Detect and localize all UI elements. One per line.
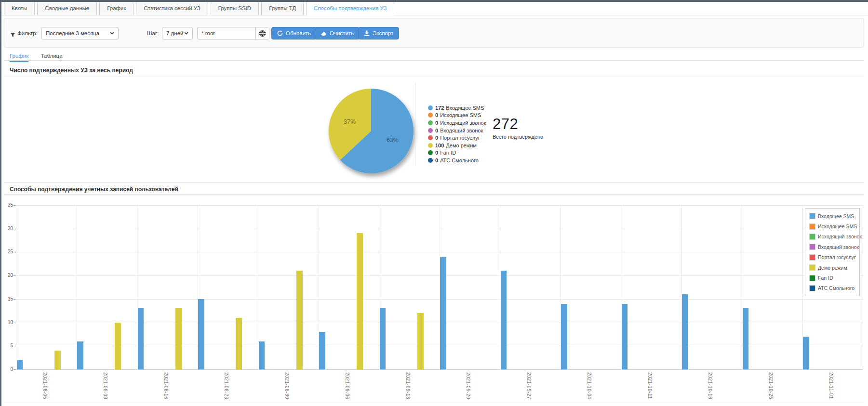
legend-label: Входящий звонок xyxy=(818,244,859,250)
pie-legend-item[interactable]: 0Портал госуслуг xyxy=(428,134,486,142)
bar-chart-legend: Входящее SMSИсходящее SMSИсходящий звоно… xyxy=(805,208,860,296)
view-tab-table[interactable]: Таблица xyxy=(41,53,63,61)
main-tab-квоты[interactable]: Квоты xyxy=(4,1,35,15)
pie-legend-item[interactable]: 100Демо режим xyxy=(428,142,486,149)
legend-label: Демо режим xyxy=(446,143,476,148)
bar-Демо режим-2021-09-13 xyxy=(417,313,424,369)
legend-dot-icon xyxy=(428,143,433,148)
bar-Входящее SMS-2021-10-18 xyxy=(682,294,688,369)
legend-value: 0 xyxy=(435,157,438,163)
bar-legend-item[interactable]: Входящий звонок xyxy=(809,242,859,252)
export-button[interactable]: Экспорт xyxy=(358,27,399,39)
view-tab-chart[interactable]: График xyxy=(10,53,28,62)
legend-label: Входящее SMS xyxy=(446,105,484,111)
refresh-button[interactable]: Обновить xyxy=(271,27,317,39)
legend-label: Портал госуслуг xyxy=(440,135,480,141)
bar-legend-item[interactable]: Портал госуслуг xyxy=(809,252,859,262)
legend-label: Fan ID xyxy=(440,150,456,156)
total-block: 272 Всего подтверждено xyxy=(493,116,543,140)
bar-legend-item[interactable]: Демо режим xyxy=(809,262,859,273)
xtick-label: 2021-10-11 xyxy=(647,372,653,399)
pie-legend-divider xyxy=(415,83,415,166)
xtick-label: 2021-10-04 xyxy=(587,372,592,399)
xtick-label: 2021-10-25 xyxy=(768,372,774,399)
bar-Входящее SMS-2021-10-11 xyxy=(622,304,628,369)
ytick-label: 25 xyxy=(1,249,13,254)
step-label: Шаг: xyxy=(147,30,159,36)
bar-Входящее SMS-2021-10-25 xyxy=(743,308,749,369)
summary-panel-title: Число подтвержденных УЗ за весь период xyxy=(4,61,864,77)
main-tab-способы-подтверждения-уз[interactable]: Способы подтверждения УЗ xyxy=(306,1,394,16)
total-confirmed-label: Всего подтверждено xyxy=(493,134,543,140)
bar-Демо режим-2021-08-16 xyxy=(175,308,182,369)
bar-legend-item[interactable]: АТС Смольного xyxy=(809,283,859,293)
ytick-label: 35 xyxy=(1,202,13,208)
xtick-label: 2021-08-30 xyxy=(284,372,290,399)
step-select[interactable]: 7 дней xyxy=(162,27,193,39)
legend-swatch-icon xyxy=(809,275,815,281)
legend-value: 0 xyxy=(435,112,438,118)
ytick-mark xyxy=(13,369,16,370)
query-input[interactable] xyxy=(198,27,255,39)
legend-dot-icon xyxy=(428,135,433,140)
bar-Входящее SMS-2021-10-04 xyxy=(561,304,567,369)
bar-Входящее SMS-2021-08-09 xyxy=(77,341,83,369)
main-tab-группы-ssid[interactable]: Группы SSID xyxy=(211,1,259,15)
bar-Входящее SMS-2021-08-30 xyxy=(259,341,265,369)
xtick-label: 2021-08-16 xyxy=(163,372,169,399)
pie-legend-item[interactable]: 0Fan ID xyxy=(428,149,486,157)
ytick-label: 20 xyxy=(1,273,13,278)
clear-button[interactable]: Очистить xyxy=(315,27,360,39)
bar-legend-item[interactable]: Fan ID xyxy=(809,273,859,283)
legend-dot-icon xyxy=(428,120,433,125)
refresh-button-label: Обновить xyxy=(286,30,311,36)
main-tab-группы-тд[interactable]: Группы ТД xyxy=(261,1,304,15)
xtick-label: 2021-09-27 xyxy=(526,372,532,399)
legend-label: Входящее SMS xyxy=(818,213,854,219)
legend-label: АТС Смольного xyxy=(818,285,855,291)
ytick-label: 0 xyxy=(1,367,13,372)
legend-dot-icon xyxy=(428,105,433,110)
period-select[interactable]: Последние 3 месяца xyxy=(41,27,119,39)
xtick-label: 2021-10-18 xyxy=(708,372,713,399)
ytick-label: 10 xyxy=(1,320,13,325)
download-icon xyxy=(364,30,370,36)
top-window-strip xyxy=(0,0,868,2)
ytick-label: 5 xyxy=(1,343,13,348)
filter-funnel-icon xyxy=(10,31,15,39)
bar-legend-item[interactable]: Исходящий звонок xyxy=(809,232,859,242)
bar-chart: Входящее SMSИсходящее SMSИсходящий звоно… xyxy=(0,195,868,406)
legend-label: Fan ID xyxy=(818,275,833,281)
filter-toolbar: Фильтр: Последние 3 месяца Шаг: 7 дней xyxy=(4,18,864,47)
bar-Входящее SMS-2021-09-27 xyxy=(501,271,507,369)
bar-legend-item[interactable]: Входящее SMS xyxy=(809,211,859,221)
pie-legend-item[interactable]: 0АТС Смольного xyxy=(428,157,486,164)
bar-legend-item[interactable]: Исходящее SMS xyxy=(809,221,859,231)
main-tab-статистика-сессий-уз[interactable]: Статистика сессий УЗ xyxy=(136,1,208,15)
legend-swatch-icon xyxy=(809,223,815,230)
pie-legend-item[interactable]: 172Входящее SMS xyxy=(428,104,486,112)
xtick-label: 2021-08-23 xyxy=(224,372,229,399)
filter-label: Фильтр: xyxy=(17,30,38,36)
pie-legend-item[interactable]: 0Исходящее SMS xyxy=(428,112,486,119)
legend-label: Портал госуслуг xyxy=(818,254,856,260)
main-tab-сводные-данные[interactable]: Сводные данные xyxy=(37,1,97,15)
legend-label: Исходящее SMS xyxy=(818,223,857,229)
pie-legend-item[interactable]: 0Входящий звонок xyxy=(428,127,486,134)
globe-button[interactable] xyxy=(255,27,269,39)
pie-legend-item[interactable]: 0Исходящий звонок xyxy=(428,119,486,127)
legend-label: Демо режим xyxy=(818,265,847,271)
legend-dot-icon xyxy=(428,128,433,133)
left-window-strip xyxy=(0,0,1,406)
legend-label: Исходящий звонок xyxy=(440,120,486,126)
xtick-label: 2021-09-13 xyxy=(405,372,411,399)
main-tab-график[interactable]: График xyxy=(99,1,134,15)
ytick-label: 30 xyxy=(1,226,13,231)
legend-value: 0 xyxy=(435,128,438,133)
legend-value: 0 xyxy=(435,120,438,126)
bar-Демо режим-2021-08-09 xyxy=(115,323,121,369)
legend-dot-icon xyxy=(428,113,433,118)
eraser-icon xyxy=(320,30,327,36)
refresh-icon xyxy=(277,30,283,36)
view-tab-bar: График Таблица xyxy=(10,53,73,62)
